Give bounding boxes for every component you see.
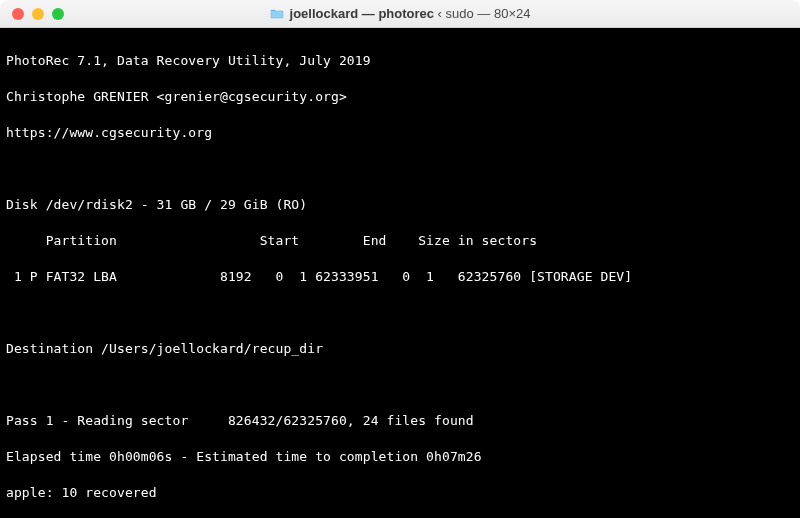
terminal-window: joellockard — photorec ‹ sudo — 80×24 Ph… <box>0 0 800 518</box>
output-line: Destination /Users/joellockard/recup_dir <box>6 340 794 358</box>
output-line: Partition Start End Size in sectors <box>6 232 794 250</box>
terminal-body[interactable]: PhotoRec 7.1, Data Recovery Utility, Jul… <box>0 28 800 518</box>
output-line: apple: 10 recovered <box>6 484 794 502</box>
titlebar[interactable]: joellockard — photorec ‹ sudo — 80×24 <box>0 0 800 28</box>
terminal-content: PhotoRec 7.1, Data Recovery Utility, Jul… <box>6 34 794 518</box>
output-line <box>6 376 794 394</box>
close-button[interactable] <box>12 8 24 20</box>
minimize-button[interactable] <box>32 8 44 20</box>
window-title: joellockard — photorec ‹ sudo — 80×24 <box>270 6 531 21</box>
output-line: Christophe GRENIER <grenier@cgsecurity.o… <box>6 88 794 106</box>
folder-icon <box>270 8 284 19</box>
output-line: 1 P FAT32 LBA 8192 0 1 62333951 0 1 6232… <box>6 268 794 286</box>
title-text: joellockard — photorec ‹ sudo — 80×24 <box>290 6 531 21</box>
output-line: Elapsed time 0h00m06s - Estimated time t… <box>6 448 794 466</box>
output-line: https://www.cgsecurity.org <box>6 124 794 142</box>
traffic-lights <box>12 8 64 20</box>
maximize-button[interactable] <box>52 8 64 20</box>
output-line: PhotoRec 7.1, Data Recovery Utility, Jul… <box>6 52 794 70</box>
output-line <box>6 304 794 322</box>
title-bold: joellockard — photorec <box>290 6 438 21</box>
output-line: Pass 1 - Reading sector 826432/62325760,… <box>6 412 794 430</box>
output-line: Disk /dev/rdisk2 - 31 GB / 29 GiB (RO) <box>6 196 794 214</box>
title-suffix: ‹ sudo — 80×24 <box>438 6 531 21</box>
output-line <box>6 160 794 178</box>
